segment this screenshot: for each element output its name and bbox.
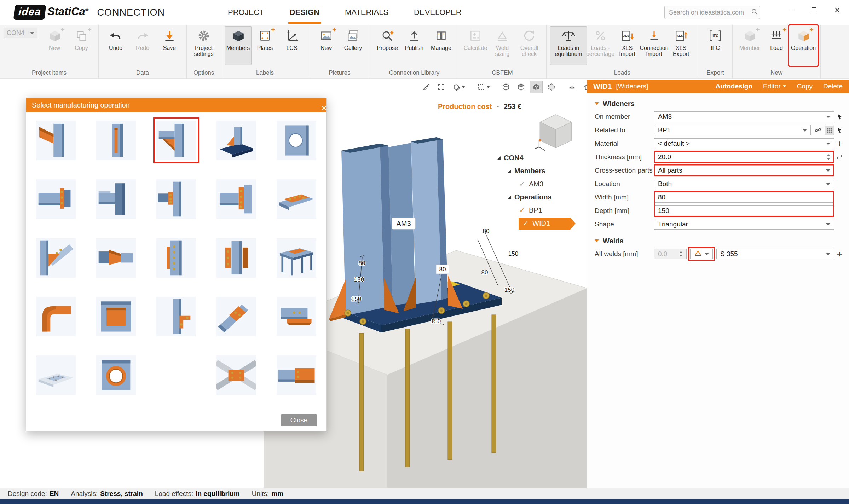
operation-thumbnail-insert-panel[interactable] bbox=[96, 297, 136, 336]
search-box[interactable] bbox=[664, 6, 760, 19]
viewport-tool-measure[interactable] bbox=[420, 81, 432, 93]
add-button[interactable]: + bbox=[834, 249, 845, 259]
close-button[interactable] bbox=[826, 0, 849, 20]
ribbon-button-load[interactable]: +Load bbox=[763, 26, 790, 65]
viewport-tool-cube-solid[interactable] bbox=[530, 81, 543, 93]
operation-thumbnail-tube-opening[interactable] bbox=[96, 355, 136, 395]
operation-thumbnail-vertical-plate[interactable] bbox=[96, 121, 136, 160]
operation-thumbnail-seat-plate[interactable] bbox=[277, 297, 316, 336]
ribbon-button-xls-import[interactable]: XLSXLS Import bbox=[614, 26, 641, 65]
operation-thumbnail-splice-plates[interactable] bbox=[277, 179, 316, 219]
spinner-buttons[interactable] bbox=[827, 154, 830, 160]
operation-thumbnail-flange-bolts[interactable] bbox=[36, 179, 76, 219]
pick-in-scene-button[interactable] bbox=[834, 127, 845, 134]
ribbon-button-calculate[interactable]: Calculate bbox=[462, 26, 489, 65]
swap-direction-button[interactable] bbox=[834, 153, 845, 161]
tree-expander-icon[interactable] bbox=[508, 196, 511, 199]
editor-button[interactable]: Editor bbox=[763, 82, 786, 90]
ribbon-button-connection-import[interactable]: Connection Import bbox=[641, 26, 668, 65]
link-related-button[interactable] bbox=[813, 126, 822, 135]
ribbon-button-members[interactable]: Members bbox=[225, 26, 252, 65]
operation-thumbnail-cross-gusset[interactable] bbox=[216, 355, 256, 395]
navigation-cube[interactable] bbox=[535, 110, 577, 153]
tab-developer[interactable]: DEVELOPER bbox=[412, 0, 463, 25]
operation-thumbnail-diagonal-gusset[interactable] bbox=[36, 238, 76, 278]
ribbon-button-redo[interactable]: Redo bbox=[129, 26, 156, 65]
on-member-select[interactable]: AM3 bbox=[654, 111, 834, 122]
ribbon-button-loads-in-equilibrium[interactable]: Loads in equilibrium bbox=[550, 26, 587, 65]
operation-thumbnail-diagonal-splice[interactable] bbox=[216, 297, 256, 336]
tree-node-operations[interactable]: Operations bbox=[497, 191, 586, 204]
operation-thumbnail-fin-plate[interactable] bbox=[156, 179, 196, 219]
operation-thumbnail-notched-beam[interactable] bbox=[96, 179, 136, 219]
width-mm-input[interactable]: 80 bbox=[654, 192, 834, 203]
ribbon-button-manage[interactable]: Manage bbox=[428, 26, 455, 65]
operation-thumbnail-frame-table[interactable] bbox=[277, 238, 316, 278]
viewport-tool-cube-wireframe[interactable] bbox=[499, 81, 512, 93]
location-select[interactable]: Both bbox=[654, 179, 834, 189]
ribbon-button-loads-percentage[interactable]: Loads - percentage bbox=[587, 26, 614, 65]
shape-select[interactable]: Triangular bbox=[654, 219, 834, 230]
ribbon-button-xls-export[interactable]: XLSXLS Export bbox=[668, 26, 694, 65]
tree-expander-icon[interactable] bbox=[497, 156, 501, 160]
ribbon-button-undo[interactable]: Undo bbox=[102, 26, 129, 65]
operation-thumbnail-end-plate[interactable] bbox=[216, 179, 256, 219]
ribbon-button-overall-check[interactable]: Overall check bbox=[516, 26, 543, 65]
tab-design[interactable]: DESIGN bbox=[288, 0, 321, 25]
operation-thumbnail-base-plate[interactable] bbox=[216, 121, 256, 160]
ribbon-button-lcs[interactable]: LCS bbox=[278, 26, 305, 65]
dialog-close-action-button[interactable]: Close bbox=[281, 414, 317, 426]
operation-thumbnail-cut-stub[interactable] bbox=[36, 121, 76, 160]
section-header-welds[interactable]: Welds bbox=[595, 234, 845, 247]
autodesign-button[interactable]: Autodesign bbox=[716, 82, 753, 90]
add-button[interactable]: + bbox=[834, 139, 845, 148]
ribbon-button-propose[interactable]: Propose bbox=[374, 26, 401, 65]
ribbon-button-publish[interactable]: Publish bbox=[401, 26, 428, 65]
tree-node-members[interactable]: Members bbox=[497, 164, 586, 178]
weld-type-select[interactable] bbox=[690, 249, 713, 259]
viewport-tool-orbit[interactable] bbox=[450, 81, 467, 93]
operation-thumbnail-bolted-column[interactable] bbox=[156, 238, 196, 278]
maximize-button[interactable] bbox=[802, 0, 826, 20]
project-item-combo[interactable]: CON4 bbox=[4, 28, 37, 38]
all-welds-size-spinner[interactable]: 0.0 bbox=[654, 249, 687, 259]
pick-in-scene-button[interactable] bbox=[834, 113, 845, 120]
operation-thumbnail-double-plates[interactable] bbox=[216, 238, 256, 278]
viewport-tool-select-box[interactable] bbox=[475, 81, 492, 93]
viewport-tool-clip-plane[interactable] bbox=[566, 81, 578, 93]
depth-mm-input[interactable]: 150 bbox=[654, 205, 834, 216]
tree-node-wid1[interactable]: ✓WID1 bbox=[497, 217, 586, 230]
copy-operation-button[interactable]: Copy bbox=[797, 82, 813, 90]
thickness-mm-spinner[interactable]: 20.0 bbox=[654, 152, 834, 162]
viewport-tool-fit-view[interactable] bbox=[435, 81, 447, 93]
operation-thumbnail-opening[interactable] bbox=[277, 121, 316, 160]
operation-thumbnail-anchored-plate[interactable] bbox=[36, 355, 76, 395]
ribbon-button-copy[interactable]: +Copy bbox=[68, 26, 95, 65]
tree-expander-icon[interactable] bbox=[508, 169, 511, 173]
weld-material-select[interactable]: S 355 bbox=[716, 249, 834, 259]
section-header-wideners[interactable]: Wideners bbox=[595, 97, 845, 110]
delete-operation-button[interactable]: Delete bbox=[823, 82, 843, 90]
ribbon-button-plates[interactable]: +Plates bbox=[252, 26, 278, 65]
tree-node-am3[interactable]: ✓AM3 bbox=[497, 178, 586, 191]
ribbon-button-save[interactable]: Save bbox=[156, 26, 183, 65]
tree-node-con4[interactable]: CON4 bbox=[497, 151, 586, 164]
operation-thumbnail-beam-splice[interactable] bbox=[277, 355, 316, 395]
operation-thumbnail-widener[interactable] bbox=[156, 121, 196, 160]
material-select[interactable]: < default > bbox=[654, 138, 834, 149]
ribbon-button-ifc[interactable]: IFCIFC bbox=[702, 26, 729, 65]
tree-node-selected-wid1[interactable]: ✓WID1 bbox=[519, 218, 570, 230]
tab-materials[interactable]: MATERIALS bbox=[343, 0, 390, 25]
viewport-tool-cube-shaded[interactable] bbox=[515, 81, 527, 93]
operation-thumbnail-elbow-bend[interactable] bbox=[36, 297, 76, 336]
ribbon-button-new[interactable]: +New bbox=[41, 26, 68, 65]
ribbon-button-new[interactable]: +New bbox=[313, 26, 340, 65]
operation-thumbnail-angle-cleat[interactable] bbox=[156, 297, 196, 336]
ribbon-button-gallery[interactable]: Gallery bbox=[340, 26, 366, 65]
tree-node-bp1[interactable]: ✓BP1 bbox=[497, 204, 586, 217]
viewport-tool-cube-transparent[interactable] bbox=[545, 81, 558, 93]
tab-project[interactable]: PROJECT bbox=[226, 0, 266, 25]
operation-thumbnail-cone-stub[interactable] bbox=[96, 238, 136, 278]
ribbon-button-operation[interactable]: +Operation bbox=[790, 26, 817, 65]
ribbon-button-weld-sizing[interactable]: Weld sizing bbox=[489, 26, 516, 65]
